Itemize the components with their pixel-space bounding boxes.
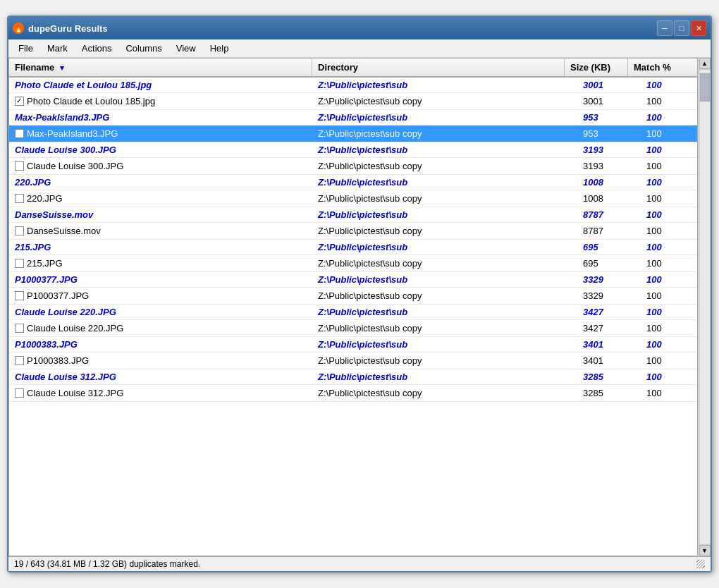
table-row[interactable]: Claude Louise 300.JPGZ:\Public\pictest\s… <box>9 142 697 158</box>
maximize-button[interactable]: □ <box>674 20 689 36</box>
cell-match: 100 <box>641 257 697 270</box>
filename-label: DanseSuisse.mov <box>27 226 101 236</box>
table-row[interactable]: Max-PeakIsland3.JPGZ:\Public\pictest\sub… <box>9 110 697 125</box>
sort-arrow-filename: ▾ <box>60 63 64 73</box>
table-row[interactable]: P1000383.JPGZ:\Public\pictest\sub copy34… <box>9 353 697 369</box>
close-button[interactable]: ✕ <box>691 20 706 36</box>
cell-match: 100 <box>641 289 697 302</box>
cell-filename: 220.JPG <box>9 176 312 189</box>
table-row[interactable]: Max-PeakIsland3.JPGZ:\Public\pictest\sub… <box>9 125 697 142</box>
cell-filename: Max-PeakIsland3.JPG <box>9 125 312 142</box>
menu-view[interactable]: View <box>169 42 203 55</box>
filename-label: P1000383.JPG <box>27 355 89 366</box>
row-checkbox[interactable] <box>15 388 24 398</box>
filename-label: Photo Claude et Loulou 185.jpg <box>27 96 155 106</box>
col-header-directory[interactable]: Directory <box>312 59 565 76</box>
cell-size: 3001 <box>577 78 641 92</box>
cell-match: 100 <box>641 273 697 286</box>
cell-size: 3329 <box>577 273 641 286</box>
minimize-button[interactable]: ─ <box>657 20 672 36</box>
col-header-match[interactable]: Match % <box>628 59 684 76</box>
cell-directory: Z:\Public\pictest\sub copy <box>312 257 577 270</box>
cell-match: 100 <box>641 240 697 254</box>
menu-mark[interactable]: Mark <box>40 42 75 55</box>
cell-size: 3285 <box>577 370 641 384</box>
cell-size: 8787 <box>577 208 641 221</box>
title-bar: 🔥 dupeGuru Results ─ □ ✕ <box>8 17 711 39</box>
menu-file[interactable]: File <box>11 42 40 55</box>
table-row[interactable]: Claude Louise 312.JPGZ:\Public\pictest\s… <box>9 385 697 402</box>
cell-directory: Z:\Public\pictest\sub copy <box>312 289 577 302</box>
cell-size: 3401 <box>577 354 641 367</box>
row-checkbox[interactable] <box>15 129 24 138</box>
row-checkbox[interactable] <box>15 161 24 171</box>
cell-directory: Z:\Public\pictest\sub copy <box>312 192 577 205</box>
cell-filename: 220.JPG <box>9 190 312 207</box>
cell-size: 3193 <box>577 159 641 173</box>
table-row[interactable]: P1000377.JPGZ:\Public\pictest\sub copy33… <box>9 288 697 305</box>
cell-directory: Z:\Public\pictest\sub copy <box>312 354 577 367</box>
table-row[interactable]: P1000377.JPGZ:\Public\pictest\sub3329100 <box>9 272 697 288</box>
cell-size: 1008 <box>577 192 641 205</box>
cell-match: 100 <box>641 111 697 124</box>
cell-size: 3285 <box>577 386 641 400</box>
cell-match: 100 <box>641 176 697 189</box>
scroll-thumb[interactable] <box>700 73 710 102</box>
resize-grip-icon <box>696 560 705 568</box>
col-header-size[interactable]: Size (KB) <box>565 59 628 76</box>
table-row[interactable]: Photo Claude et Loulou 185.jpgZ:\Public\… <box>9 93 697 110</box>
cell-filename: Photo Claude et Loulou 185.jpg <box>9 78 312 92</box>
row-checkbox[interactable] <box>15 259 24 268</box>
table-row[interactable]: P1000383.JPGZ:\Public\pictest\sub3401100 <box>9 337 697 353</box>
cell-size: 3401 <box>577 338 641 351</box>
table-row[interactable]: Claude Louise 312.JPGZ:\Public\pictest\s… <box>9 369 697 385</box>
filename-label: Claude Louise 312.JPG <box>27 388 123 398</box>
scroll-track[interactable] <box>699 69 711 545</box>
scroll-up-button[interactable]: ▲ <box>699 58 711 69</box>
table-row[interactable]: Claude Louise 220.JPGZ:\Public\pictest\s… <box>9 320 697 337</box>
content-area: Filename ▾ Directory Size (KB) Match % P… <box>8 58 711 556</box>
cell-size: 3329 <box>577 289 641 302</box>
row-checkbox[interactable] <box>15 97 24 106</box>
table-row[interactable]: DanseSuisse.movZ:\Public\pictest\sub8787… <box>9 207 697 223</box>
menu-actions[interactable]: Actions <box>75 42 119 55</box>
table-row[interactable]: 215.JPGZ:\Public\pictest\sub695100 <box>9 240 697 255</box>
row-checkbox[interactable] <box>15 194 24 203</box>
row-checkbox[interactable] <box>15 356 24 365</box>
cell-directory: Z:\Public\pictest\sub <box>312 273 577 286</box>
menu-help[interactable]: Help <box>203 42 236 55</box>
cell-directory: Z:\Public\pictest\sub <box>312 338 577 351</box>
table-row[interactable]: 220.JPGZ:\Public\pictest\sub copy1008100 <box>9 190 697 207</box>
cell-directory: Z:\Public\pictest\sub copy <box>312 127 577 140</box>
scroll-down-button[interactable]: ▼ <box>699 545 711 556</box>
row-checkbox[interactable] <box>15 226 24 235</box>
menu-columns[interactable]: Columns <box>118 42 168 55</box>
col-header-filename[interactable]: Filename ▾ <box>9 59 312 76</box>
table-row[interactable]: 220.JPGZ:\Public\pictest\sub1008100 <box>9 175 697 190</box>
cell-size: 695 <box>577 240 641 254</box>
table-row[interactable]: Claude Louise 220.JPGZ:\Public\pictest\s… <box>9 305 697 320</box>
cell-filename: DanseSuisse.mov <box>9 223 312 239</box>
row-checkbox[interactable] <box>15 291 24 300</box>
table-row[interactable]: 215.JPGZ:\Public\pictest\sub copy695100 <box>9 255 697 272</box>
table-row[interactable]: Photo Claude et Loulou 185.jpgZ:\Public\… <box>9 78 697 93</box>
cell-size: 3427 <box>577 305 641 319</box>
status-text: 19 / 643 (34.81 MB / 1.32 GB) duplicates… <box>14 559 200 569</box>
cell-filename: P1000383.JPG <box>9 353 312 369</box>
filename-label: Max-PeakIsland3.JPG <box>27 128 118 139</box>
cell-directory: Z:\Public\pictest\sub <box>312 208 577 221</box>
title-buttons: ─ □ ✕ <box>657 20 706 36</box>
cell-directory: Z:\Public\pictest\sub copy <box>312 159 577 173</box>
cell-filename: P1000377.JPG <box>9 273 312 286</box>
cell-match: 100 <box>641 305 697 319</box>
cell-directory: Z:\Public\pictest\sub <box>312 78 577 92</box>
cell-filename: Claude Louise 312.JPG <box>9 385 312 401</box>
table-row[interactable]: Claude Louise 300.JPGZ:\Public\pictest\s… <box>9 158 697 175</box>
filename-label: 220.JPG <box>27 193 63 204</box>
cell-directory: Z:\Public\pictest\sub <box>312 240 577 254</box>
table-row[interactable]: DanseSuisse.movZ:\Public\pictest\sub cop… <box>9 223 697 240</box>
cell-filename: P1000383.JPG <box>9 338 312 351</box>
cell-match: 100 <box>641 338 697 351</box>
row-checkbox[interactable] <box>15 324 24 333</box>
filename-label: Claude Louise 220.JPG <box>27 323 123 333</box>
